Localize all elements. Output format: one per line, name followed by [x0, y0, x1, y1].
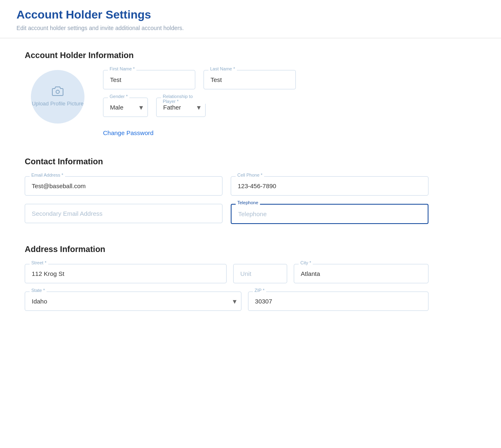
street-unit-city-row: Street * City * — [25, 264, 428, 283]
avatar-container[interactable]: Upload Profile Picture — [25, 70, 91, 124]
unit-field — [233, 264, 287, 283]
email-label: Email Address * — [30, 173, 65, 177]
address-title: Address Information — [25, 245, 428, 254]
gender-relationship-row: Gender * Male Female Other ▾ Relationshi… — [103, 98, 428, 117]
street-field: Street * — [25, 264, 227, 283]
account-holder-section: Account Holder Information Upload Profil… — [25, 51, 428, 136]
change-password-link[interactable]: Change Password — [103, 129, 154, 136]
last-name-label: Last Name * — [208, 66, 237, 71]
zip-input[interactable] — [248, 292, 428, 311]
secondary-email-field — [25, 204, 222, 224]
unit-input[interactable] — [233, 264, 287, 283]
email-input[interactable] — [25, 176, 222, 196]
upload-profile-label: Upload Profile Picture — [32, 100, 84, 107]
state-field: State * Alabama Alaska Arizona Arkansas … — [25, 292, 241, 311]
contact-form: Email Address * Cell Phone * Telephone — [25, 176, 428, 224]
avatar-circle[interactable]: Upload Profile Picture — [31, 70, 84, 124]
relationship-label: Relationship to Player * — [161, 94, 206, 104]
secondary-telephone-row: Telephone — [25, 204, 428, 224]
gender-field: Gender * Male Female Other ▾ — [103, 98, 148, 117]
state-zip-row: State * Alabama Alaska Arizona Arkansas … — [25, 292, 428, 311]
first-name-field: First Name * — [103, 70, 195, 89]
zip-label: ZIP * — [253, 288, 266, 293]
page-header: Account Holder Settings Edit account hol… — [0, 0, 501, 38]
street-input[interactable] — [25, 264, 227, 283]
relationship-field: Relationship to Player * Father Mother G… — [156, 98, 206, 117]
contact-title: Contact Information — [25, 157, 428, 166]
camera-icon — [52, 86, 63, 98]
page-content: Account Holder Information Upload Profil… — [0, 38, 453, 344]
account-holder-title: Account Holder Information — [25, 51, 428, 60]
first-name-label: First Name * — [108, 66, 136, 71]
city-field: City * — [294, 264, 428, 283]
telephone-label: Telephone — [236, 200, 260, 205]
contact-section: Contact Information Email Address * Cell… — [25, 157, 428, 224]
state-label: State * — [30, 288, 47, 293]
name-row: First Name * Last Name * — [103, 70, 428, 89]
svg-point-0 — [56, 90, 59, 93]
street-label: Street * — [30, 260, 48, 265]
city-input[interactable] — [294, 264, 428, 283]
cell-phone-input[interactable] — [231, 176, 428, 196]
first-name-input[interactable] — [103, 70, 195, 89]
email-phone-row: Email Address * Cell Phone * — [25, 176, 428, 196]
last-name-input[interactable] — [204, 70, 296, 89]
address-section: Address Information Street * City * Stat… — [25, 245, 428, 311]
account-holder-fields: First Name * Last Name * Gender * Male F… — [103, 70, 428, 136]
page-subtitle: Edit account holder settings and invite … — [16, 25, 485, 31]
email-field: Email Address * — [25, 176, 222, 196]
page-title: Account Holder Settings — [16, 8, 485, 21]
gender-select[interactable]: Male Female Other — [103, 98, 148, 117]
cell-phone-field: Cell Phone * — [231, 176, 428, 196]
secondary-email-input[interactable] — [25, 204, 222, 223]
gender-label: Gender * — [108, 94, 129, 99]
cell-phone-label: Cell Phone * — [236, 173, 264, 177]
state-select[interactable]: Alabama Alaska Arizona Arkansas Californ… — [25, 292, 241, 311]
account-holder-row: Upload Profile Picture First Name * Last… — [25, 70, 428, 136]
city-label: City * — [299, 260, 313, 265]
zip-field: ZIP * — [248, 292, 428, 311]
last-name-field: Last Name * — [204, 70, 296, 89]
telephone-field: Telephone — [231, 204, 428, 224]
telephone-input[interactable] — [231, 204, 428, 224]
